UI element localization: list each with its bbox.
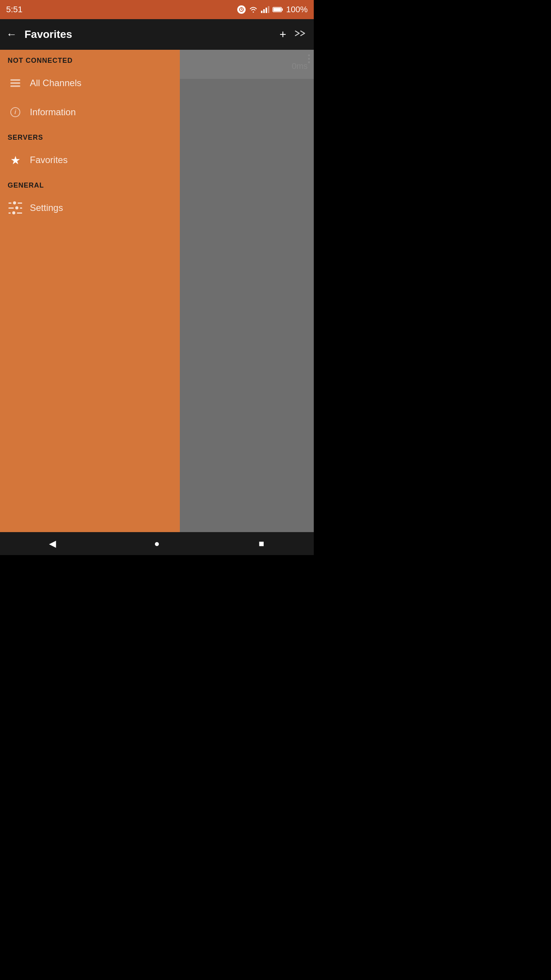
more-options-button[interactable] — [308, 54, 310, 63]
svg-rect-3 — [273, 8, 281, 11]
battery-icon — [272, 7, 283, 13]
star-icon: ★ — [8, 152, 23, 168]
sidebar-item-settings[interactable]: Settings — [0, 193, 180, 222]
server-card: 0ms — [180, 50, 314, 79]
app-bar-actions: + — [279, 28, 308, 41]
information-label: Information — [30, 107, 76, 118]
home-nav-button[interactable]: ● — [145, 532, 168, 555]
channels-icon — [8, 75, 23, 91]
app-bar: ← Favorites + — [0, 19, 314, 50]
recents-nav-icon: ■ — [259, 538, 264, 549]
nav-bar: ◀ ● ■ — [0, 532, 314, 555]
battery-percent: 100% — [286, 5, 308, 15]
all-channels-label: All Channels — [30, 78, 82, 88]
info-icon: i — [8, 105, 23, 120]
latency-value: 0ms — [180, 50, 314, 79]
forward-button[interactable] — [294, 28, 308, 41]
signal-icon — [261, 6, 269, 13]
back-nav-icon: ◀ — [49, 538, 56, 549]
page-title: Favorites — [24, 28, 279, 41]
wifi-icon — [249, 6, 258, 13]
right-panel: 0ms — [180, 50, 314, 532]
sidebar-item-all-channels[interactable]: All Channels — [0, 69, 180, 98]
svg-rect-2 — [282, 8, 283, 11]
recents-nav-button[interactable]: ■ — [250, 532, 273, 555]
sidebar: NOT CONNECTED All Channels i Information… — [0, 50, 180, 532]
status-bar: 5:51 100% — [0, 0, 314, 19]
settings-label: Settings — [30, 203, 63, 213]
notification-icon — [237, 5, 246, 14]
main-content: NOT CONNECTED All Channels i Information… — [0, 50, 314, 532]
section-servers: SERVERS — [0, 127, 180, 145]
favorites-label: Favorites — [30, 155, 68, 165]
settings-icon — [8, 200, 23, 216]
add-button[interactable]: + — [279, 28, 286, 41]
status-icons: 100% — [237, 5, 308, 15]
home-nav-icon: ● — [154, 538, 160, 549]
sidebar-item-information[interactable]: i Information — [0, 98, 180, 127]
section-general: GENERAL — [0, 175, 180, 193]
status-time: 5:51 — [6, 5, 23, 15]
back-nav-button[interactable]: ◀ — [41, 532, 64, 555]
section-not-connected: NOT CONNECTED — [0, 50, 180, 69]
back-button[interactable]: ← — [6, 28, 17, 41]
sidebar-item-favorites[interactable]: ★ Favorites — [0, 145, 180, 175]
